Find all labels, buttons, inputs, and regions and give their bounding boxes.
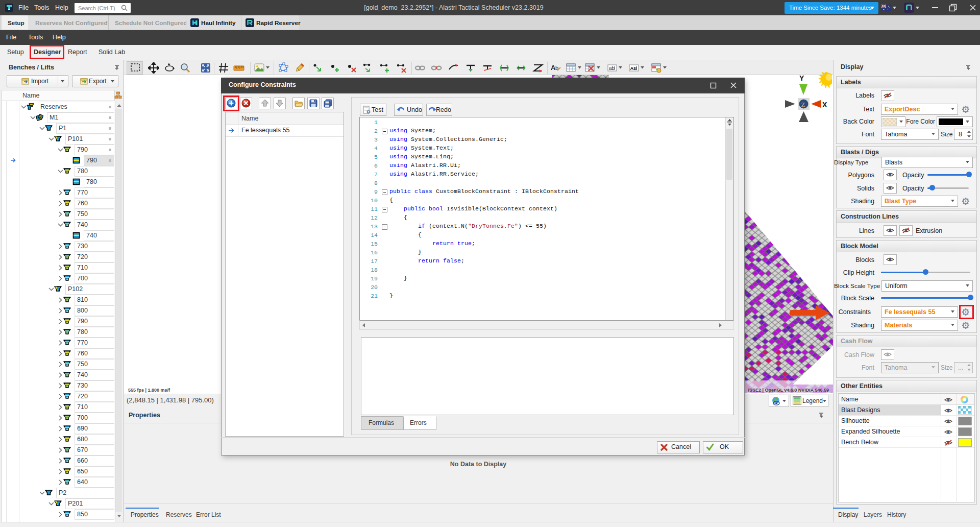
svg-text:X: X: [822, 101, 827, 109]
svg-text:Z: Z: [801, 101, 805, 108]
svg-text:Y: Y: [799, 74, 804, 82]
